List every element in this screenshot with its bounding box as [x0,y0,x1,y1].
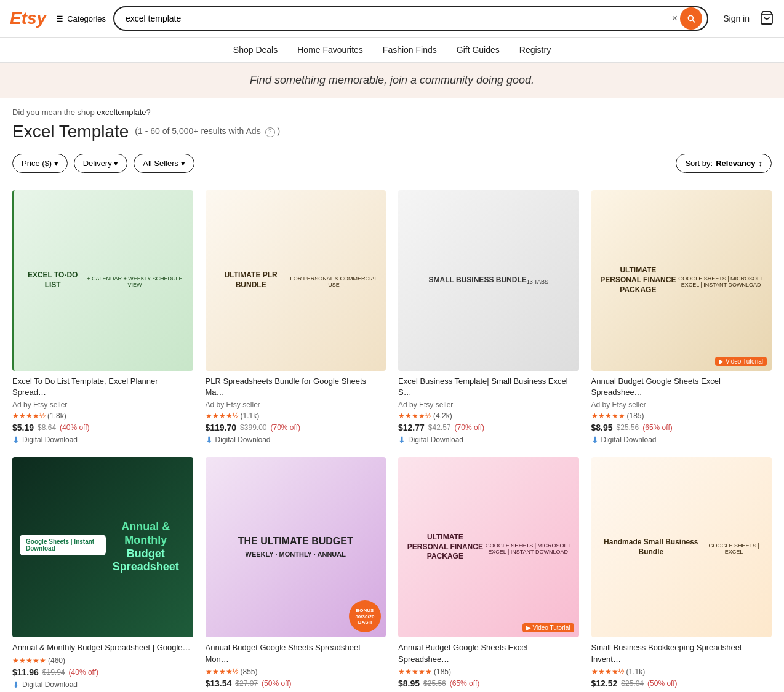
product-rating: ★★★★½ (1.1k) [591,667,772,676]
discount-label: (50% off) [647,679,677,688]
current-price: $12.52 [591,678,618,688]
current-price: $5.19 [12,423,34,432]
header: Etsy ☰ Categories × Sign in [0,0,784,38]
nav-home-favourites[interactable]: Home Favourites [297,45,363,55]
promotional-banner: Find something memorable, join a communi… [0,63,784,98]
product-rating: ★★★★★ (185) [398,667,579,676]
search-clear-button[interactable]: × [670,10,680,26]
product-image: EXCEL TO-DO LIST + CALENDAR + WEEKLY SCH… [12,190,193,371]
product-card[interactable]: THE ULTIMATE BUDGETWEEKLY · MONTHLY · AN… [206,457,386,692]
price-filter-button[interactable]: Price ($) ▾ [12,154,68,173]
product-seller: Ad by Etsy seller [591,400,772,409]
did-you-mean-link[interactable]: exceltemplate [97,108,146,117]
product-title: Excel To Do List Template, Excel Planner… [12,376,193,398]
search-input[interactable] [119,9,670,28]
digital-download-badge: ⬇Digital Download [12,435,193,445]
download-label: Digital Download [22,680,78,689]
original-price: $27.07 [235,679,258,688]
sellers-filter-button[interactable]: All Sellers ▾ [134,154,194,173]
product-image: ULTIMATE PERSONAL FINANCE PACKAGE GOOGLE… [398,457,579,638]
sort-button[interactable]: Sort by: Relevancy ↕ [676,154,772,173]
product-image: THE ULTIMATE BUDGETWEEKLY · MONTHLY · AN… [206,457,386,638]
download-label: Digital Download [22,435,78,444]
nav-fashion-finds[interactable]: Fashion Finds [383,45,437,55]
discount-label: (65% off) [642,423,672,432]
review-count: (855) [241,667,258,676]
product-card[interactable]: Handmade Small Business Bundle GOOGLE SH… [591,457,772,692]
search-button[interactable] [680,7,702,30]
review-count: (4.2k) [433,412,452,420]
price-row: $119.70 $399.00 (70% off) [206,423,386,432]
digital-download-badge: ⬇Digital Download [206,435,386,445]
product-card[interactable]: ULTIMATE PERSONAL FINANCE PACKAGE GOOGLE… [398,457,579,692]
discount-label: (50% off) [262,679,291,688]
discount-label: (40% off) [69,668,98,677]
sign-in-link[interactable]: Sign in [723,14,750,23]
star-icons: ★★★★½ [206,667,239,676]
product-rating: ★★★★½ (1.8k) [12,412,193,420]
price-row: $12.77 $42.57 (70% off) [398,423,579,432]
download-label: Digital Download [215,435,271,444]
download-label: Digital Download [408,435,463,444]
download-icon: ⬇ [12,680,20,690]
product-image: Handmade Small Business Bundle GOOGLE SH… [591,457,772,638]
star-icons: ★★★★★ [591,412,625,420]
digital-download-badge: ⬇Digital Download [398,435,579,445]
download-label: Digital Download [601,435,657,444]
product-card[interactable]: ULTIMATE PERSONAL FINANCE PACKAGE GOOGLE… [591,190,772,445]
download-icon: ⬇ [206,435,213,445]
product-title: Small Business Bookkeeping Spreadsheet I… [591,642,772,664]
download-icon: ⬇ [12,435,20,445]
product-rating: ★★★★½ (4.2k) [398,412,579,420]
current-price: $8.95 [591,423,613,432]
product-title: Annual Budget Google Sheets Excel Spread… [398,642,579,664]
ads-info-icon[interactable]: ? [265,127,275,137]
etsy-logo[interactable]: Etsy [10,9,46,28]
filters-bar: Price ($) ▾ Delivery ▾ All Sellers ▾ Sor… [0,146,784,180]
current-price: $8.95 [398,678,420,688]
star-icons: ★★★★½ [12,412,46,420]
star-icons: ★★★★½ [206,412,239,420]
product-title: Annual Budget Google Sheets Spreadsheet … [206,642,386,664]
original-price: $19.94 [42,668,65,677]
product-image: ULTIMATE PLR BUNDLE FOR PERSONAL & COMME… [206,190,386,371]
current-price: $11.96 [12,667,39,677]
product-title: Excel Business Template| Small Business … [398,376,579,398]
price-row: $13.54 $27.07 (50% off) [206,678,386,688]
product-seller: Ad by Etsy seller [398,400,579,409]
download-icon: ⬇ [591,435,599,445]
product-card[interactable]: ULTIMATE PLR BUNDLE FOR PERSONAL & COMME… [206,190,386,445]
results-header: Did you mean the shop exceltemplate? Exc… [0,98,784,146]
digital-download-badge: ⬇Digital Download [12,680,193,690]
digital-download-badge: ⬇Digital Download [591,435,772,445]
nav-registry[interactable]: Registry [519,45,551,55]
navigation: Shop Deals Home Favourites Fashion Finds… [0,38,784,63]
categories-button[interactable]: ☰ Categories [56,14,106,23]
search-icon [686,14,696,23]
download-icon: ⬇ [398,435,406,445]
sort-arrows-icon: ↕ [759,159,763,168]
product-rating: ★★★★★ (460) [12,656,193,665]
price-row: $12.52 $25.04 (50% off) [591,678,772,688]
product-title: Annual Budget Google Sheets Excel Spread… [591,376,772,398]
review-count: (185) [434,667,451,676]
cart-icon[interactable] [759,10,774,27]
star-icons: ★★★★★ [398,667,432,676]
price-row: $5.19 $8.64 (40% off) [12,423,193,432]
product-image: SMALL BUSINESS BUNDLE 13 TABS [398,190,579,371]
nav-gift-guides[interactable]: Gift Guides [457,45,500,55]
delivery-filter-button[interactable]: Delivery ▾ [74,154,128,173]
price-row: $8.95 $25.56 (65% off) [398,678,579,688]
product-grid: EXCEL TO-DO LIST + CALENDAR + WEEKLY SCH… [0,180,784,692]
nav-shop-deals[interactable]: Shop Deals [233,45,278,55]
current-price: $12.77 [398,423,425,432]
product-card[interactable]: Google Sheets | Instant Download Annual … [12,457,193,692]
original-price: $25.04 [621,679,644,688]
product-seller: Ad by Etsy seller [206,400,386,409]
product-rating: ★★★★½ (855) [206,667,386,676]
original-price: $399.00 [240,423,266,432]
product-rating: ★★★★½ (1.1k) [206,412,386,420]
product-card[interactable]: SMALL BUSINESS BUNDLE 13 TABS Excel Busi… [398,190,579,445]
star-icons: ★★★★½ [398,412,431,420]
product-card[interactable]: EXCEL TO-DO LIST + CALENDAR + WEEKLY SCH… [12,190,193,445]
